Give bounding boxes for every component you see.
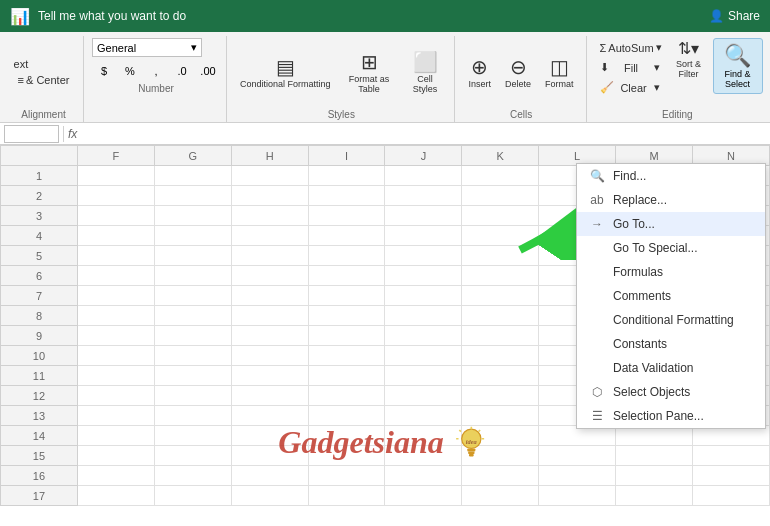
cell-I10[interactable]	[308, 346, 385, 366]
cell-J14[interactable]	[385, 426, 462, 446]
cell-J17[interactable]	[385, 486, 462, 506]
cell-J12[interactable]	[385, 386, 462, 406]
cell-L16[interactable]	[539, 466, 616, 486]
cell-G14[interactable]	[154, 426, 231, 446]
share-label[interactable]: Share	[728, 9, 760, 23]
menu-item-goto[interactable]: →Go To...	[577, 212, 765, 236]
cell-I12[interactable]	[308, 386, 385, 406]
cell-I13[interactable]	[308, 406, 385, 426]
cell-K10[interactable]	[462, 346, 539, 366]
comma-btn[interactable]: ,	[144, 61, 168, 81]
cell-styles-btn[interactable]: ⬜ CellStyles	[403, 49, 448, 97]
menu-item-conditional_formatting[interactable]: Conditional Formatting	[577, 308, 765, 332]
cell-J4[interactable]	[385, 226, 462, 246]
cell-G7[interactable]	[154, 286, 231, 306]
menu-item-constants[interactable]: Constants	[577, 332, 765, 356]
cell-F8[interactable]	[77, 306, 154, 326]
cell-G12[interactable]	[154, 386, 231, 406]
cell-N15[interactable]	[693, 446, 770, 466]
cell-G1[interactable]	[154, 166, 231, 186]
cell-F11[interactable]	[77, 366, 154, 386]
cell-G10[interactable]	[154, 346, 231, 366]
cell-M16[interactable]	[616, 466, 693, 486]
menu-item-formulas[interactable]: Formulas	[577, 260, 765, 284]
cell-H12[interactable]	[231, 386, 308, 406]
clear-btn[interactable]: 🧹 Clear ▾	[595, 78, 665, 97]
cell-H13[interactable]	[231, 406, 308, 426]
cell-K8[interactable]	[462, 306, 539, 326]
cell-J3[interactable]	[385, 206, 462, 226]
cell-K6[interactable]	[462, 266, 539, 286]
cell-F17[interactable]	[77, 486, 154, 506]
cell-G6[interactable]	[154, 266, 231, 286]
cell-J7[interactable]	[385, 286, 462, 306]
cell-H14[interactable]	[231, 426, 308, 446]
cell-F15[interactable]	[77, 446, 154, 466]
cell-K14[interactable]	[462, 426, 539, 446]
cell-M17[interactable]	[616, 486, 693, 506]
cell-K16[interactable]	[462, 466, 539, 486]
cell-H15[interactable]	[231, 446, 308, 466]
cell-I2[interactable]	[308, 186, 385, 206]
cell-J16[interactable]	[385, 466, 462, 486]
cell-M15[interactable]	[616, 446, 693, 466]
cell-G9[interactable]	[154, 326, 231, 346]
cell-N16[interactable]	[693, 466, 770, 486]
increase-decimal-btn[interactable]: .00	[196, 61, 220, 81]
cell-I16[interactable]	[308, 466, 385, 486]
cell-L15[interactable]	[539, 446, 616, 466]
cell-G11[interactable]	[154, 366, 231, 386]
cell-F5[interactable]	[77, 246, 154, 266]
cell-I3[interactable]	[308, 206, 385, 226]
cell-J5[interactable]	[385, 246, 462, 266]
cell-L17[interactable]	[539, 486, 616, 506]
cell-J11[interactable]	[385, 366, 462, 386]
cell-J2[interactable]	[385, 186, 462, 206]
cell-F14[interactable]	[77, 426, 154, 446]
cell-K17[interactable]	[462, 486, 539, 506]
cell-F9[interactable]	[77, 326, 154, 346]
align-center-btn[interactable]: ≡ & Center	[14, 72, 74, 88]
cell-F13[interactable]	[77, 406, 154, 426]
cell-J15[interactable]	[385, 446, 462, 466]
cell-F4[interactable]	[77, 226, 154, 246]
cell-G4[interactable]	[154, 226, 231, 246]
cell-K5[interactable]	[462, 246, 539, 266]
sort-filter-btn[interactable]: ⇅▾ Sort &Filter	[669, 38, 709, 82]
menu-item-replace[interactable]: abReplace...	[577, 188, 765, 212]
formula-input[interactable]	[81, 128, 766, 140]
decrease-decimal-btn[interactable]: .0	[170, 61, 194, 81]
cell-J8[interactable]	[385, 306, 462, 326]
cell-G16[interactable]	[154, 466, 231, 486]
percent-btn[interactable]: %	[118, 61, 142, 81]
autosum-btn[interactable]: Σ AutoSum ▾	[595, 38, 665, 57]
conditional-formatting-btn[interactable]: ▤ Conditional Formatting	[235, 54, 336, 92]
cell-J6[interactable]	[385, 266, 462, 286]
cell-F16[interactable]	[77, 466, 154, 486]
cell-K3[interactable]	[462, 206, 539, 226]
cell-K9[interactable]	[462, 326, 539, 346]
cell-H6[interactable]	[231, 266, 308, 286]
cell-H11[interactable]	[231, 366, 308, 386]
insert-btn[interactable]: ⊕ Insert	[464, 54, 497, 92]
menu-item-goto_special[interactable]: Go To Special...	[577, 236, 765, 260]
cell-G2[interactable]	[154, 186, 231, 206]
cell-K7[interactable]	[462, 286, 539, 306]
cell-I8[interactable]	[308, 306, 385, 326]
cell-G3[interactable]	[154, 206, 231, 226]
cell-K15[interactable]	[462, 446, 539, 466]
cell-F10[interactable]	[77, 346, 154, 366]
cell-I7[interactable]	[308, 286, 385, 306]
cell-H1[interactable]	[231, 166, 308, 186]
cell-K1[interactable]	[462, 166, 539, 186]
cell-F7[interactable]	[77, 286, 154, 306]
cell-G15[interactable]	[154, 446, 231, 466]
cell-H5[interactable]	[231, 246, 308, 266]
cell-H10[interactable]	[231, 346, 308, 366]
cell-I1[interactable]	[308, 166, 385, 186]
cell-F1[interactable]	[77, 166, 154, 186]
number-format-dropdown[interactable]: General ▾	[92, 38, 202, 57]
cell-H9[interactable]	[231, 326, 308, 346]
cell-F3[interactable]	[77, 206, 154, 226]
cell-F12[interactable]	[77, 386, 154, 406]
